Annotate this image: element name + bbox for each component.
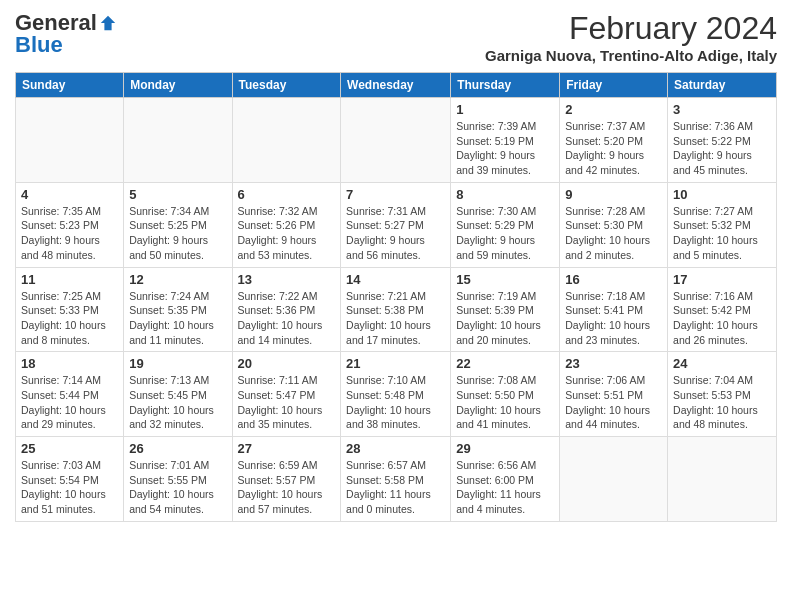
calendar-cell: 2Sunrise: 7:37 AM Sunset: 5:20 PM Daylig… (560, 98, 668, 183)
day-info: Sunrise: 7:30 AM Sunset: 5:29 PM Dayligh… (456, 204, 554, 263)
calendar-cell: 15Sunrise: 7:19 AM Sunset: 5:39 PM Dayli… (451, 267, 560, 352)
calendar-cell (560, 437, 668, 522)
day-info: Sunrise: 7:10 AM Sunset: 5:48 PM Dayligh… (346, 373, 445, 432)
calendar-cell: 24Sunrise: 7:04 AM Sunset: 5:53 PM Dayli… (668, 352, 777, 437)
day-number: 17 (673, 272, 771, 287)
day-info: Sunrise: 7:39 AM Sunset: 5:19 PM Dayligh… (456, 119, 554, 178)
calendar-week-row: 1Sunrise: 7:39 AM Sunset: 5:19 PM Daylig… (16, 98, 777, 183)
day-info: Sunrise: 6:59 AM Sunset: 5:57 PM Dayligh… (238, 458, 336, 517)
calendar-cell: 23Sunrise: 7:06 AM Sunset: 5:51 PM Dayli… (560, 352, 668, 437)
calendar-header-tuesday: Tuesday (232, 73, 341, 98)
day-info: Sunrise: 7:31 AM Sunset: 5:27 PM Dayligh… (346, 204, 445, 263)
day-number: 25 (21, 441, 118, 456)
calendar-week-row: 18Sunrise: 7:14 AM Sunset: 5:44 PM Dayli… (16, 352, 777, 437)
calendar-cell: 5Sunrise: 7:34 AM Sunset: 5:25 PM Daylig… (124, 182, 232, 267)
calendar-cell: 8Sunrise: 7:30 AM Sunset: 5:29 PM Daylig… (451, 182, 560, 267)
calendar-cell: 4Sunrise: 7:35 AM Sunset: 5:23 PM Daylig… (16, 182, 124, 267)
day-info: Sunrise: 7:03 AM Sunset: 5:54 PM Dayligh… (21, 458, 118, 517)
day-number: 6 (238, 187, 336, 202)
calendar-cell: 14Sunrise: 7:21 AM Sunset: 5:38 PM Dayli… (341, 267, 451, 352)
day-number: 15 (456, 272, 554, 287)
calendar-cell: 28Sunrise: 6:57 AM Sunset: 5:58 PM Dayli… (341, 437, 451, 522)
calendar-cell: 11Sunrise: 7:25 AM Sunset: 5:33 PM Dayli… (16, 267, 124, 352)
calendar-cell: 6Sunrise: 7:32 AM Sunset: 5:26 PM Daylig… (232, 182, 341, 267)
day-number: 2 (565, 102, 662, 117)
calendar-header-sunday: Sunday (16, 73, 124, 98)
day-number: 13 (238, 272, 336, 287)
calendar-cell: 16Sunrise: 7:18 AM Sunset: 5:41 PM Dayli… (560, 267, 668, 352)
day-info: Sunrise: 7:18 AM Sunset: 5:41 PM Dayligh… (565, 289, 662, 348)
day-number: 18 (21, 356, 118, 371)
day-info: Sunrise: 7:25 AM Sunset: 5:33 PM Dayligh… (21, 289, 118, 348)
calendar-cell: 12Sunrise: 7:24 AM Sunset: 5:35 PM Dayli… (124, 267, 232, 352)
day-info: Sunrise: 7:34 AM Sunset: 5:25 PM Dayligh… (129, 204, 226, 263)
day-number: 16 (565, 272, 662, 287)
day-number: 26 (129, 441, 226, 456)
day-number: 1 (456, 102, 554, 117)
calendar-cell: 9Sunrise: 7:28 AM Sunset: 5:30 PM Daylig… (560, 182, 668, 267)
day-info: Sunrise: 7:22 AM Sunset: 5:36 PM Dayligh… (238, 289, 336, 348)
day-info: Sunrise: 7:16 AM Sunset: 5:42 PM Dayligh… (673, 289, 771, 348)
day-number: 8 (456, 187, 554, 202)
day-info: Sunrise: 7:01 AM Sunset: 5:55 PM Dayligh… (129, 458, 226, 517)
day-number: 21 (346, 356, 445, 371)
day-info: Sunrise: 7:36 AM Sunset: 5:22 PM Dayligh… (673, 119, 771, 178)
calendar-cell: 3Sunrise: 7:36 AM Sunset: 5:22 PM Daylig… (668, 98, 777, 183)
calendar-cell: 21Sunrise: 7:10 AM Sunset: 5:48 PM Dayli… (341, 352, 451, 437)
calendar-cell (341, 98, 451, 183)
title-block: February 2024 Garniga Nuova, Trentino-Al… (485, 10, 777, 64)
day-number: 10 (673, 187, 771, 202)
day-number: 4 (21, 187, 118, 202)
day-info: Sunrise: 7:04 AM Sunset: 5:53 PM Dayligh… (673, 373, 771, 432)
location-subtitle: Garniga Nuova, Trentino-Alto Adige, Ital… (485, 47, 777, 64)
day-info: Sunrise: 6:57 AM Sunset: 5:58 PM Dayligh… (346, 458, 445, 517)
day-info: Sunrise: 7:21 AM Sunset: 5:38 PM Dayligh… (346, 289, 445, 348)
day-number: 5 (129, 187, 226, 202)
month-title: February 2024 (485, 10, 777, 47)
calendar-cell: 20Sunrise: 7:11 AM Sunset: 5:47 PM Dayli… (232, 352, 341, 437)
calendar-cell: 19Sunrise: 7:13 AM Sunset: 5:45 PM Dayli… (124, 352, 232, 437)
day-info: Sunrise: 7:11 AM Sunset: 5:47 PM Dayligh… (238, 373, 336, 432)
day-number: 7 (346, 187, 445, 202)
day-number: 3 (673, 102, 771, 117)
calendar-week-row: 25Sunrise: 7:03 AM Sunset: 5:54 PM Dayli… (16, 437, 777, 522)
calendar-cell: 25Sunrise: 7:03 AM Sunset: 5:54 PM Dayli… (16, 437, 124, 522)
svg-marker-0 (101, 16, 115, 30)
day-number: 23 (565, 356, 662, 371)
calendar-header-monday: Monday (124, 73, 232, 98)
calendar-header-friday: Friday (560, 73, 668, 98)
calendar-header-row: SundayMondayTuesdayWednesdayThursdayFrid… (16, 73, 777, 98)
day-number: 20 (238, 356, 336, 371)
day-number: 29 (456, 441, 554, 456)
calendar-cell: 27Sunrise: 6:59 AM Sunset: 5:57 PM Dayli… (232, 437, 341, 522)
calendar-cell: 10Sunrise: 7:27 AM Sunset: 5:32 PM Dayli… (668, 182, 777, 267)
logo-blue: Blue (15, 32, 63, 58)
day-info: Sunrise: 7:28 AM Sunset: 5:30 PM Dayligh… (565, 204, 662, 263)
day-number: 9 (565, 187, 662, 202)
day-number: 11 (21, 272, 118, 287)
day-info: Sunrise: 6:56 AM Sunset: 6:00 PM Dayligh… (456, 458, 554, 517)
page-header: General Blue February 2024 Garniga Nuova… (15, 10, 777, 64)
day-info: Sunrise: 7:19 AM Sunset: 5:39 PM Dayligh… (456, 289, 554, 348)
logo: General Blue (15, 10, 117, 58)
day-info: Sunrise: 7:35 AM Sunset: 5:23 PM Dayligh… (21, 204, 118, 263)
day-info: Sunrise: 7:37 AM Sunset: 5:20 PM Dayligh… (565, 119, 662, 178)
calendar-cell: 13Sunrise: 7:22 AM Sunset: 5:36 PM Dayli… (232, 267, 341, 352)
calendar-cell: 7Sunrise: 7:31 AM Sunset: 5:27 PM Daylig… (341, 182, 451, 267)
calendar-cell: 18Sunrise: 7:14 AM Sunset: 5:44 PM Dayli… (16, 352, 124, 437)
calendar-cell: 17Sunrise: 7:16 AM Sunset: 5:42 PM Dayli… (668, 267, 777, 352)
day-info: Sunrise: 7:08 AM Sunset: 5:50 PM Dayligh… (456, 373, 554, 432)
calendar-cell: 1Sunrise: 7:39 AM Sunset: 5:19 PM Daylig… (451, 98, 560, 183)
day-number: 24 (673, 356, 771, 371)
day-info: Sunrise: 7:14 AM Sunset: 5:44 PM Dayligh… (21, 373, 118, 432)
day-number: 19 (129, 356, 226, 371)
day-number: 12 (129, 272, 226, 287)
calendar-table: SundayMondayTuesdayWednesdayThursdayFrid… (15, 72, 777, 522)
calendar-header-wednesday: Wednesday (341, 73, 451, 98)
day-info: Sunrise: 7:24 AM Sunset: 5:35 PM Dayligh… (129, 289, 226, 348)
day-number: 22 (456, 356, 554, 371)
calendar-cell (668, 437, 777, 522)
calendar-cell (232, 98, 341, 183)
calendar-header-thursday: Thursday (451, 73, 560, 98)
calendar-cell: 29Sunrise: 6:56 AM Sunset: 6:00 PM Dayli… (451, 437, 560, 522)
